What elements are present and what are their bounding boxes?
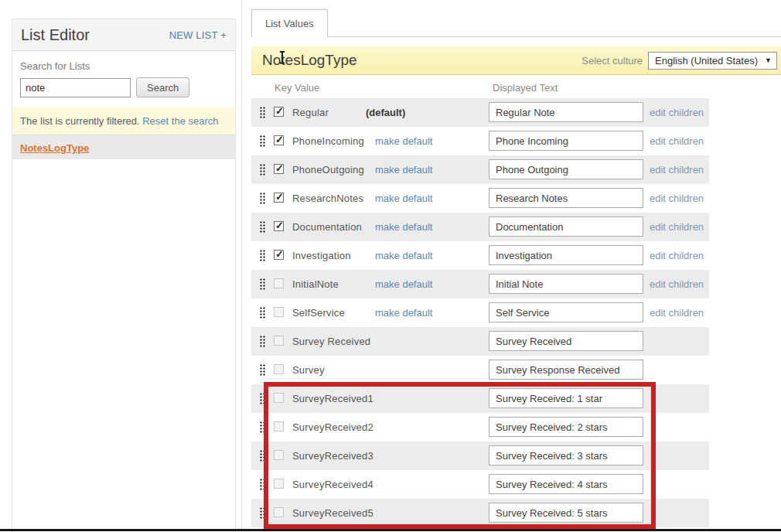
row-checkbox[interactable]: [274, 336, 284, 346]
row-key-label: SurveyReceived3: [292, 450, 373, 462]
table-row: ResearchNotes make default edit children: [251, 184, 709, 213]
row-key-label: SurveyReceived1: [292, 393, 373, 404]
drag-handle-icon[interactable]: [260, 221, 266, 234]
edit-children-link[interactable]: edit children: [650, 278, 704, 290]
drag-handle-icon[interactable]: [260, 450, 266, 462]
displayed-text-input[interactable]: [489, 360, 643, 380]
row-checkbox[interactable]: [274, 221, 284, 231]
edit-children-link[interactable]: edit children: [650, 193, 704, 204]
row-checkbox[interactable]: [274, 135, 284, 145]
row-checkbox[interactable]: [274, 393, 284, 403]
displayed-text-input[interactable]: [489, 188, 643, 208]
row-checkbox[interactable]: [274, 193, 284, 203]
row-checkbox[interactable]: [274, 479, 284, 489]
make-default-link[interactable]: make default: [366, 193, 432, 204]
table-row: SurveyReceived2: [251, 413, 709, 442]
row-checkbox[interactable]: [274, 278, 284, 288]
edit-children-link[interactable]: edit children: [650, 307, 704, 319]
edit-children-link[interactable]: edit children: [650, 164, 704, 176]
drag-handle-icon[interactable]: [260, 393, 266, 405]
drag-handle-icon[interactable]: [260, 336, 266, 348]
make-default-link[interactable]: make default: [366, 135, 432, 147]
sidebar-title: List Editor: [21, 26, 90, 44]
drag-handle-icon[interactable]: [260, 107, 266, 119]
drag-handle-icon[interactable]: [260, 307, 266, 319]
search-input[interactable]: [20, 78, 131, 97]
drag-handle-icon[interactable]: [260, 479, 266, 491]
row-key-label: Survey Received: [292, 336, 370, 347]
edit-children-link[interactable]: edit children: [650, 107, 704, 118]
displayed-text-input[interactable]: [489, 302, 643, 322]
displayed-text-input[interactable]: [489, 131, 643, 151]
drag-handle-icon[interactable]: [260, 278, 266, 291]
displayed-text-input[interactable]: [489, 102, 643, 122]
displayed-text-input[interactable]: [489, 445, 643, 466]
main-panel: List Values NotesLogType Select culture …: [242, 0, 781, 527]
drag-handle-icon[interactable]: [260, 421, 266, 434]
row-key-label: ResearchNotes: [292, 193, 363, 204]
sidebar-header: List Editor NEW LIST +: [12, 19, 235, 51]
displayed-text-input[interactable]: [489, 159, 643, 179]
drag-handle-icon[interactable]: [260, 164, 266, 176]
new-list-button[interactable]: NEW LIST +: [169, 29, 227, 41]
row-key-label: SurveyReceived4: [292, 479, 373, 490]
culture-label: Select culture: [581, 55, 643, 66]
table-row: SurveyReceived5: [251, 499, 709, 527]
row-key-label: SurveyReceived5: [292, 507, 373, 519]
row-key-label: SelfService: [292, 307, 345, 319]
row-key-label: Survey: [292, 364, 325, 376]
displayed-text-input[interactable]: [489, 503, 643, 523]
displayed-text-input[interactable]: [489, 245, 643, 265]
tab-list-values[interactable]: List Values: [251, 9, 328, 37]
displayed-text-input[interactable]: [489, 217, 643, 237]
column-header-key-value: Key Value: [275, 82, 319, 94]
row-checkbox[interactable]: [274, 421, 284, 431]
column-header-displayed-text: Displayed Text: [493, 82, 558, 94]
drag-handle-icon[interactable]: [260, 135, 266, 148]
table-row: SelfService make default edit children: [251, 298, 709, 327]
row-key-label: PhoneOutgoing: [292, 164, 364, 176]
drag-handle-icon[interactable]: [260, 364, 266, 377]
list-title: NotesLogType: [262, 52, 357, 69]
displayed-text-input[interactable]: [489, 274, 643, 294]
edit-children-link[interactable]: edit children: [650, 221, 704, 233]
row-key-label: PhoneIncoming: [292, 135, 364, 147]
make-default-link[interactable]: make default: [366, 164, 432, 176]
drag-handle-icon[interactable]: [260, 507, 266, 520]
table-row: PhoneOutgoing make default edit children: [251, 155, 709, 184]
tab-bar: List Values: [242, 0, 781, 36]
row-key-label: Documentation: [292, 221, 362, 233]
row-key-label: SurveyReceived2: [292, 421, 373, 433]
displayed-text-input[interactable]: [489, 474, 643, 494]
row-checkbox[interactable]: [274, 250, 284, 260]
list-link-noteslogtype[interactable]: NotesLogType: [20, 142, 89, 154]
displayed-text-input[interactable]: [489, 331, 643, 351]
table-row: SurveyReceived3: [251, 442, 709, 470]
row-checkbox[interactable]: [274, 450, 284, 460]
search-section: Search for Lists Search: [12, 51, 235, 107]
make-default-link[interactable]: make default: [366, 250, 432, 261]
displayed-text-input[interactable]: [489, 417, 643, 437]
make-default-link[interactable]: make default: [366, 278, 432, 290]
make-default-link[interactable]: make default: [366, 307, 432, 319]
culture-select[interactable]: English (United States) ▼: [648, 52, 777, 70]
table-row: Documentation make default edit children: [251, 213, 709, 241]
search-button[interactable]: Search: [136, 77, 189, 97]
edit-children-link[interactable]: edit children: [650, 250, 704, 261]
displayed-text-input[interactable]: [489, 388, 643, 408]
row-checkbox[interactable]: [274, 507, 284, 517]
drag-handle-icon[interactable]: [260, 250, 266, 262]
list-header-bar: NotesLogType Select culture English (Uni…: [251, 46, 781, 75]
row-key-label: Regular: [292, 107, 329, 118]
row-checkbox[interactable]: [274, 364, 284, 374]
reset-search-link[interactable]: Reset the search: [142, 115, 218, 127]
edit-children-link[interactable]: edit children: [650, 135, 704, 147]
culture-picker: Select culture English (United States) ▼: [581, 52, 777, 70]
chevron-down-icon: ▼: [765, 53, 772, 69]
row-checkbox[interactable]: [274, 164, 284, 174]
list-editor-page: List Editor NEW LIST + Search for Lists …: [0, 0, 781, 532]
row-checkbox[interactable]: [274, 307, 284, 317]
drag-handle-icon[interactable]: [260, 193, 266, 205]
row-checkbox[interactable]: [274, 107, 284, 117]
make-default-link[interactable]: make default: [366, 221, 432, 233]
